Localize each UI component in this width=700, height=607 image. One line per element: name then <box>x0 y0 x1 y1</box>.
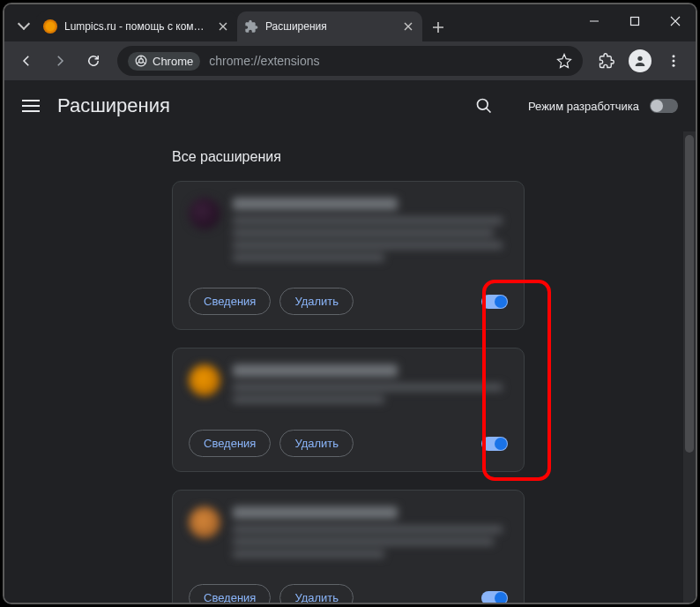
bookmark-button[interactable] <box>556 53 572 69</box>
extension-icon <box>189 506 220 538</box>
details-button[interactable]: Сведения <box>189 288 271 315</box>
enable-toggle[interactable] <box>481 437 508 451</box>
titlebar: Lumpics.ru - помощь с компьютером Расшир… <box>4 4 696 41</box>
toolbar: Chrome chrome://extensions <box>4 41 696 80</box>
details-button[interactable]: Сведения <box>189 430 271 457</box>
extension-icon <box>189 198 220 229</box>
menu-button[interactable] <box>659 46 689 76</box>
menu-icon[interactable] <box>22 100 40 112</box>
chrome-chip-label: Chrome <box>153 55 193 68</box>
extension-info <box>233 364 508 408</box>
url-text: chrome://extensions <box>209 54 547 68</box>
forward-button[interactable] <box>45 46 75 76</box>
reload-button[interactable] <box>78 46 108 76</box>
svg-point-6 <box>673 64 675 67</box>
maximize-button[interactable] <box>614 4 655 38</box>
close-window-button[interactable] <box>655 4 696 38</box>
extensions-page: Расширения Режим разработчика Все расшир… <box>4 80 696 603</box>
scrollbar[interactable] <box>683 131 696 603</box>
search-button[interactable] <box>475 97 493 115</box>
tab-title: Lumpics.ru - помощь с компьютером <box>64 20 209 33</box>
details-button[interactable]: Сведения <box>189 584 271 603</box>
chevron-down-icon <box>18 18 30 30</box>
remove-button[interactable]: Удалить <box>279 430 354 457</box>
enable-toggle[interactable] <box>481 591 508 603</box>
extension-icon <box>189 364 220 396</box>
tab-lumpics[interactable]: Lumpics.ru - помощь с компьютером <box>36 11 237 41</box>
page-title: Расширения <box>57 94 458 117</box>
address-bar[interactable]: Chrome chrome://extensions <box>117 46 583 76</box>
extension-card: Сведения Удалить <box>172 490 525 603</box>
chrome-chip: Chrome <box>128 52 200 71</box>
tab-search-dropdown[interactable] <box>11 13 36 38</box>
content-area: Все расширения Сведения Удалить Сведения… <box>4 131 683 603</box>
profile-button[interactable] <box>625 46 655 76</box>
svg-point-7 <box>477 100 488 110</box>
page-header: Расширения Режим разработчика <box>4 80 696 131</box>
tab-close-button[interactable] <box>401 19 415 34</box>
extension-icon <box>244 19 258 34</box>
new-tab-button[interactable] <box>426 15 451 40</box>
remove-button[interactable]: Удалить <box>279 288 354 315</box>
extension-card: Сведения Удалить <box>172 348 525 472</box>
extension-info <box>233 198 508 266</box>
back-button[interactable] <box>11 46 41 76</box>
developer-mode: Режим разработчика <box>528 99 678 113</box>
svg-point-3 <box>637 56 642 61</box>
extensions-button[interactable] <box>592 46 622 76</box>
svg-point-5 <box>673 60 675 63</box>
extension-info <box>233 506 508 563</box>
window-controls <box>574 4 696 38</box>
svg-point-4 <box>673 55 675 57</box>
enable-toggle[interactable] <box>481 295 508 309</box>
scrollbar-thumb[interactable] <box>685 135 694 453</box>
tab-title: Расширения <box>265 20 394 33</box>
dev-mode-label: Режим разработчика <box>528 100 639 113</box>
section-title: Все расширения <box>172 149 683 165</box>
dev-mode-toggle[interactable] <box>650 99 678 113</box>
svg-point-2 <box>139 59 144 64</box>
tab-extensions[interactable]: Расширения <box>237 11 422 41</box>
avatar-icon <box>629 49 652 72</box>
tab-close-button[interactable] <box>216 19 230 34</box>
favicon-icon <box>43 19 57 34</box>
extension-card: Сведения Удалить <box>172 181 525 330</box>
remove-button[interactable]: Удалить <box>279 584 354 603</box>
minimize-button[interactable] <box>574 4 614 38</box>
svg-rect-0 <box>631 18 639 26</box>
